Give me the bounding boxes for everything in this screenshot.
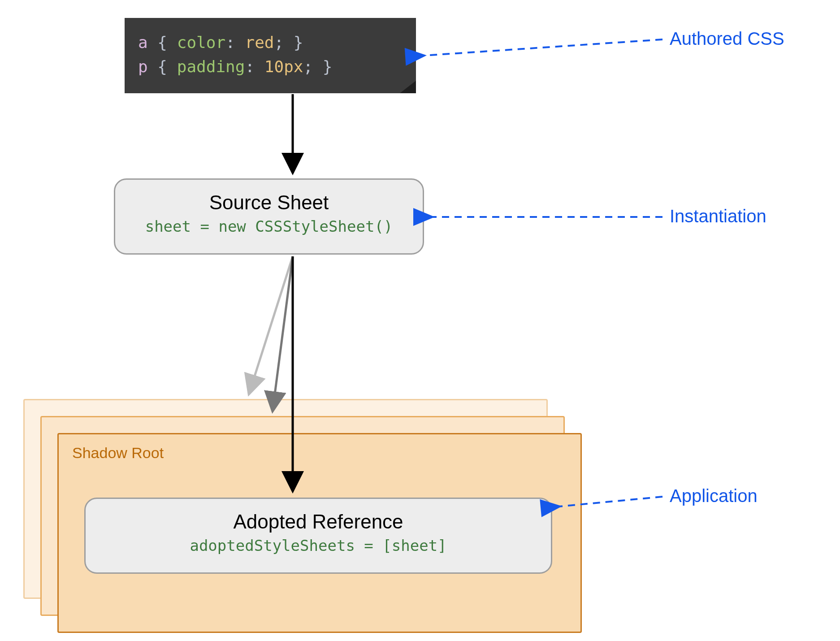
code-selector: p: [138, 57, 148, 76]
adopted-reference-box: Adopted Reference adoptedStyleSheets = […: [84, 498, 552, 574]
source-sheet-code: sheet = new CSSStyleSheet(): [115, 217, 423, 235]
source-sheet-title: Source Sheet: [115, 191, 423, 214]
connector-authored: [423, 39, 662, 56]
annotation-instantiation: Instantiation: [670, 206, 766, 226]
code-prop: color: [177, 33, 225, 52]
code-line-1: a { color: red; }: [138, 30, 403, 55]
code-value: 10px: [264, 57, 303, 76]
arrow-source-to-shadow-mid: [273, 256, 293, 411]
source-sheet-box: Source Sheet sheet = new CSSStyleSheet(): [114, 178, 424, 255]
shadow-root-label: Shadow Root: [72, 444, 567, 462]
code-selector: a: [138, 33, 148, 52]
annotation-application: Application: [670, 486, 758, 506]
adopted-reference-code: adoptedStyleSheets = [sheet]: [86, 537, 551, 554]
annotation-authored-css: Authored CSS: [670, 29, 784, 49]
code-value: red: [245, 33, 274, 52]
authored-css-code: a { color: red; } p { padding: 10px; }: [125, 18, 416, 93]
adopted-reference-title: Adopted Reference: [86, 511, 551, 533]
arrow-source-to-shadow-light: [249, 256, 293, 394]
code-prop: padding: [177, 57, 245, 76]
code-line-2: p { padding: 10px; }: [138, 55, 403, 79]
